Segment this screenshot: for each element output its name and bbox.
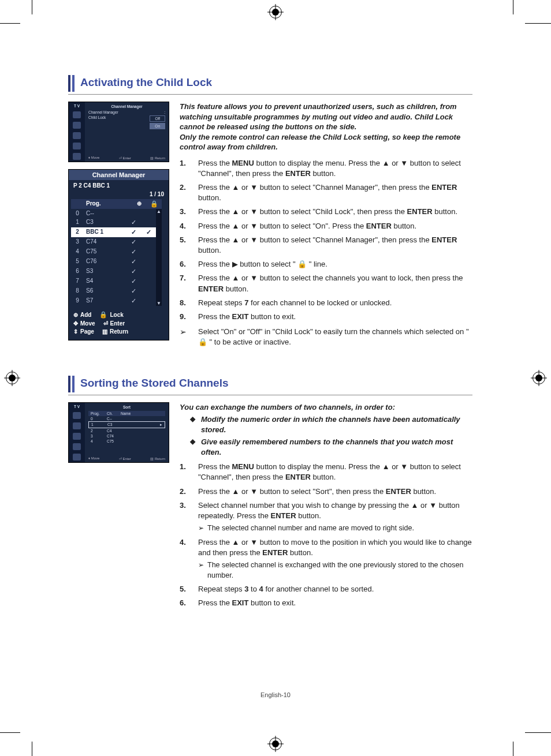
channel-row: 6S3✓ (71, 267, 156, 276)
sort-row: 2C4 (88, 428, 165, 433)
scrollbar: ▲▼ (156, 209, 162, 306)
legend-add: Add (80, 312, 91, 318)
osd-tv-label: T V (74, 104, 80, 108)
channel-row: 5C76✓ (71, 257, 156, 267)
channel-row: 3C74✓ (71, 237, 156, 247)
channel-row: 7S4✓ (71, 276, 156, 286)
sort-osd-small: T V Sort Prog. Ch. Name 0C--1C3▸2C43C744… (68, 402, 169, 463)
step-item: 1.Press the MENU button to display the m… (180, 462, 472, 482)
col-prog: Prog. (84, 199, 132, 209)
section1-steps: 1.Press the MENU button to display the m… (180, 158, 472, 322)
lock-icon: 🔒 (147, 199, 162, 209)
step-item: 3.Select channel number that you wish to… (180, 500, 472, 534)
channel-row: 4C75✓ (71, 247, 156, 257)
channel-row: 9S7✓ (71, 296, 156, 306)
step-item: 6.Press the EXIT button to exit. (180, 598, 472, 608)
osd-footer-enter: Enter (123, 156, 131, 160)
osd-footer-return: Return (155, 156, 165, 160)
section2-heading: Sorting the Stored Channels (80, 376, 229, 392)
osd-row-label: Channel Manager (88, 110, 118, 114)
channel-row: 1C3✓ (71, 218, 156, 227)
registration-mark (533, 372, 545, 384)
registration-mark (269, 6, 282, 18)
step-item: 2.Press the ▲ or ▼ button to select "Sor… (180, 486, 472, 497)
section1-heading: Activating the Child Lock (80, 75, 212, 92)
option-off: Off (150, 115, 165, 122)
legend-move: Move (80, 320, 95, 327)
step-item: 2.Press the ▲ or ▼ button to select "Cha… (180, 182, 472, 203)
osd-row-label: Child Lock (88, 115, 106, 122)
channel-row: 0C-- (71, 209, 156, 218)
registration-mark (269, 738, 282, 750)
legend-lock: Lock (110, 312, 123, 318)
section-title: Sorting the Stored Channels (68, 376, 472, 392)
osd-header: Channel Manager (88, 104, 165, 108)
step-item: 9.Press the EXIT button to exit. (180, 312, 472, 322)
sort-table-header: Prog. Ch. Name (88, 411, 165, 416)
step-item: 4.Press the ▲ or ▼ button to move to the… (180, 537, 472, 581)
section2-steps: 1.Press the MENU button to display the m… (180, 462, 472, 608)
channel-manager-osd: Channel Manager P 2 C4 BBC 1 1 / 10 Prog… (68, 169, 169, 340)
col-name: Name (118, 411, 165, 416)
bullet-item: Modify the numeric order in which the ch… (190, 414, 472, 435)
registration-mark (6, 372, 18, 384)
sort-row: 0C-- (88, 416, 165, 421)
child-lock-row: Child Lock Off (88, 115, 165, 122)
channel-row: 8S6✓ (71, 286, 156, 296)
step-item: 8.Repeat steps 7 for each channel to be … (180, 298, 472, 308)
section2-bullets: Modify the numeric order in which the ch… (190, 414, 472, 457)
legend-return: Return (110, 328, 128, 335)
step-item: 6.Press the ▶ button to select " 🔒 " lin… (180, 259, 472, 270)
step-item: 4.Press the ▲ or ▼ button to select "On"… (180, 221, 472, 231)
channel-row: 2BBC 1✓✓ (71, 227, 156, 237)
add-icon: ⊕ (132, 199, 147, 209)
col-ch: Ch. (105, 411, 118, 416)
step-item: 5.Press the ▲ or ▼ button to select "Cha… (180, 235, 472, 256)
section-title: Activating the Child Lock (68, 75, 472, 92)
osd-legend: ⊕ Add 🔒 Lock ✥ Move ⏎ Enter ⇕ Page ▥ Ret… (69, 306, 169, 340)
osd-header: Sort (88, 405, 165, 409)
osd-footer-return: Return (155, 457, 165, 461)
osd-footer-move: Move (91, 456, 100, 460)
sort-row: 3C74 (88, 433, 165, 439)
sort-row: 4C75 (88, 439, 165, 444)
channel-table-header: Prog. ⊕ 🔒 (71, 199, 162, 209)
note-text: Select "On" or "Off" in "Child Lock" to … (198, 327, 472, 347)
legend-page: Page (80, 328, 94, 335)
osd-footer-move: Move (91, 156, 100, 159)
step-item: 3.Press the ▲ or ▼ button to select "Chi… (180, 207, 472, 217)
child-lock-osd-small: T V Channel Manager Channel Manager : Ch… (68, 102, 169, 162)
step-item: 7.Press the ▲ or ▼ button to select the … (180, 273, 472, 294)
step-item: 1.Press the MENU button to display the m… (180, 158, 472, 179)
page-footer: English-10 (0, 691, 551, 698)
osd-pages: 1 / 10 (69, 191, 169, 199)
legend-enter: Enter (110, 320, 125, 327)
osd-tv-label: T V (74, 405, 80, 409)
option-on: On (150, 123, 165, 129)
osd-status: P 2 C4 BBC 1 (69, 180, 169, 191)
section2-intro: You can exchange the numbers of two chan… (180, 402, 472, 413)
bullet-item: Give easily remembered numbers to the ch… (190, 437, 472, 457)
osd-sep: : (164, 110, 165, 114)
osd-title: Channel Manager (69, 170, 169, 180)
sort-row: 1C3▸ (88, 421, 165, 428)
step-item: 5.Repeat steps 3 to 4 for another channe… (180, 584, 472, 594)
col-prog: Prog. (88, 411, 105, 416)
section1-intro: This feature allows you to prevent unaut… (180, 102, 472, 152)
osd-footer-enter: Enter (123, 457, 131, 461)
note-arrow-icon: ➢ (180, 327, 188, 347)
section1-note: ➢ Select "On" or "Off" in "Child Lock" t… (180, 327, 472, 347)
